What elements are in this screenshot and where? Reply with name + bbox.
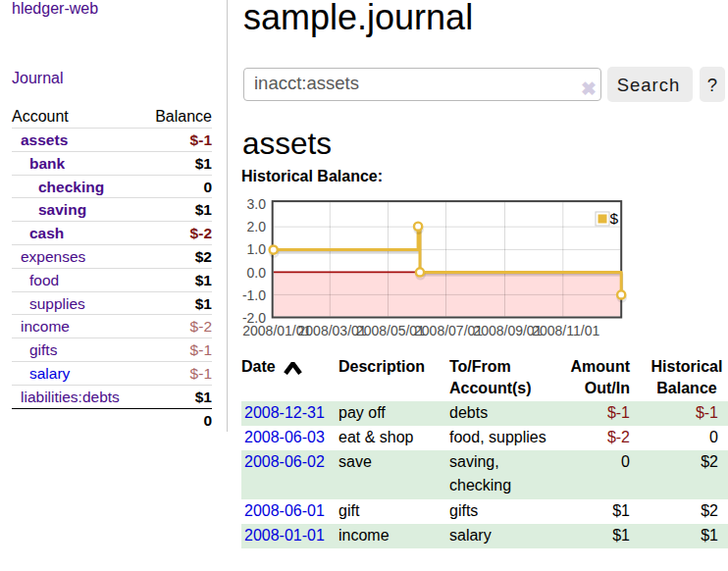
svg-text:0.0: 0.0 xyxy=(247,265,267,281)
svg-text:-1.0: -1.0 xyxy=(242,287,266,303)
svg-text:2008/11/01: 2008/11/01 xyxy=(532,323,599,338)
svg-text:$: $ xyxy=(610,210,619,227)
svg-text:2.0: 2.0 xyxy=(247,219,267,234)
svg-text:1.0: 1.0 xyxy=(247,241,267,257)
svg-text:3.0: 3.0 xyxy=(247,196,267,212)
